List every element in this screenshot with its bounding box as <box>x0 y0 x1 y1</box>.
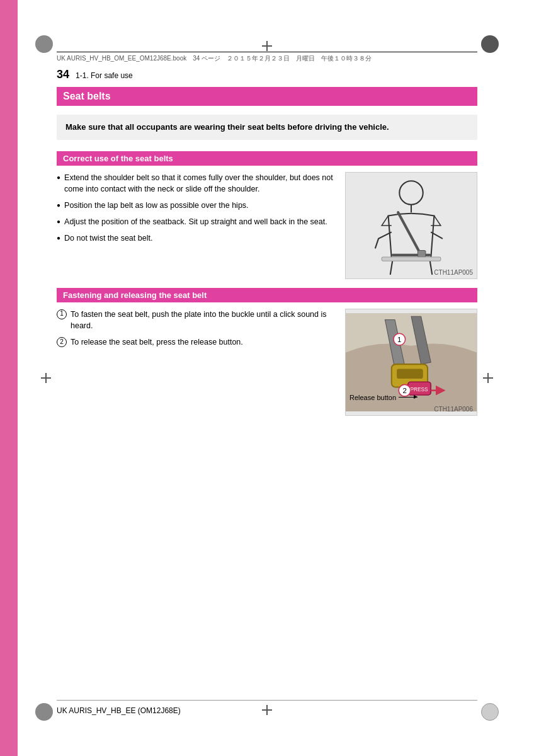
svg-rect-8 <box>397 369 423 379</box>
release-arrow <box>399 397 418 398</box>
step-2: 2 To release the seat belt, press the re… <box>57 336 338 348</box>
fastening-image: 1 PRESS 2 <box>345 309 477 416</box>
svg-rect-4 <box>418 250 425 256</box>
seatbelt-person-svg <box>346 173 477 278</box>
image-code-1: CTH11AP005 <box>434 269 473 276</box>
corner-mark-tr <box>481 35 499 53</box>
crosshair-right <box>483 373 493 383</box>
fastening-text: 1 To fasten the seat belt, push the plat… <box>57 309 338 416</box>
image-code-2: CTH11AP006 <box>434 406 473 413</box>
svg-text:PRESS: PRESS <box>410 386 428 392</box>
svg-rect-0 <box>346 173 477 277</box>
step-1: 1 To fasten the seat belt, push the plat… <box>57 309 338 331</box>
pink-sidebar-bar <box>0 0 18 756</box>
svg-rect-5 <box>382 256 441 260</box>
correct-use-bullet-list: Extend the shoulder belt so that it come… <box>57 172 338 244</box>
corner-mark-br <box>481 703 499 721</box>
svg-text:1: 1 <box>397 335 401 343</box>
footer-text: UK AURIS_HV_HB_EE (OM12J68E) <box>57 706 181 715</box>
bullet-item-2: Position the lap belt as low as possible… <box>57 200 338 211</box>
crosshair-bottom <box>262 705 272 715</box>
fastening-content: 1 To fasten the seat belt, push the plat… <box>57 309 477 416</box>
page-number: 34 <box>57 68 69 81</box>
footer-line <box>57 700 477 701</box>
correct-use-image: CTH11AP005 <box>345 172 477 279</box>
corner-mark-bl <box>35 703 53 721</box>
warning-box: Make sure that all occupants are wearing… <box>57 115 477 140</box>
header-file-info: UK AURIS_HV_HB_OM_EE_OM12J68E.book 34 ペー… <box>57 52 477 63</box>
section-heading: Seat belts <box>57 87 477 106</box>
page: UK AURIS_HV_HB_OM_EE_OM12J68E.book 34 ペー… <box>0 0 534 756</box>
bullet-item-3: Adjust the position of the seatback. Sit… <box>57 216 338 227</box>
bullet-item-4: Do not twist the seat belt. <box>57 232 338 244</box>
step-number-2: 2 <box>57 337 67 347</box>
correct-use-heading: Correct use of the seat belts <box>57 151 477 166</box>
section-label: 1-1. For safe use <box>76 71 133 80</box>
bullet-item-1: Extend the shoulder belt so that it come… <box>57 172 338 195</box>
fastening-heading: Fastening and releasing the seat belt <box>57 288 477 302</box>
step-number-1: 1 <box>57 309 67 319</box>
seatbelt-person-image: CTH11AP005 <box>345 172 477 279</box>
corner-mark-tl <box>35 35 53 53</box>
correct-use-content: Extend the shoulder belt so that it come… <box>57 172 477 279</box>
release-button-label: Release button <box>349 394 418 401</box>
fastening-steps-list: 1 To fasten the seat belt, push the plat… <box>57 309 338 348</box>
page-number-bar: 34 1-1. For safe use <box>57 68 477 81</box>
crosshair-left <box>41 373 51 383</box>
correct-use-text: Extend the shoulder belt so that it come… <box>57 172 338 279</box>
buckle-image: 1 PRESS 2 <box>345 309 477 416</box>
crosshair-top <box>262 41 272 51</box>
main-content: Seat belts Make sure that all occupants … <box>57 87 477 680</box>
